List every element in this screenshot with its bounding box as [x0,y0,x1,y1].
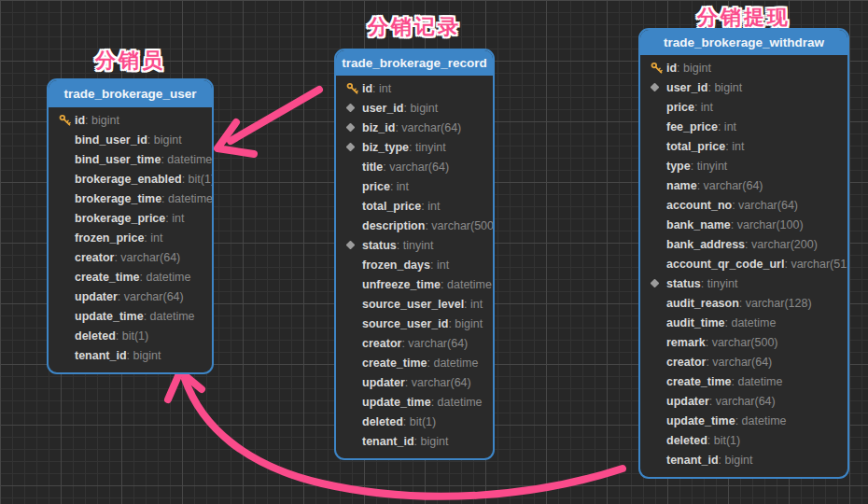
field-name: id [666,62,677,75]
field-row-frozen_price[interactable]: frozen_price: int [49,228,212,247]
primary-key-icon [59,114,75,126]
field-name: biz_type [362,141,409,154]
field-row-id[interactable]: id: bigint [49,110,212,130]
field-row-update_time[interactable]: update_time: datetime [336,392,493,412]
field-name: deleted [362,415,403,428]
table-header[interactable]: trade_brokerage_user [49,80,212,107]
field-row-deleted[interactable]: deleted: bit(1) [49,326,212,345]
diamond-shape [346,123,356,133]
field-row-creator[interactable]: creator: varchar(64) [49,247,212,267]
field-type: : varchar(500) [706,336,778,349]
field-row-status[interactable]: status: tinyint [640,273,847,293]
field-name: remark [666,336,706,349]
field-row-account_no[interactable]: account_no: varchar(64) [640,195,847,215]
field-row-bind_user_time[interactable]: bind_user_time: datetime [49,149,212,169]
index-diamond-icon [346,144,362,150]
field-row-title[interactable]: title: varchar(64) [336,157,493,176]
field-type: : bigint [448,317,483,330]
diamond-shape [651,83,660,92]
field-row-deleted[interactable]: deleted: bit(1) [640,430,847,450]
field-row-unfreeze_time[interactable]: unfreeze_time: datetime [336,274,493,294]
field-type: : varchar(64) [709,395,776,408]
field-type: : int [430,259,449,272]
field-row-bank_name[interactable]: bank_name: varchar(100) [640,215,847,234]
field-type: : varchar(64) [405,376,471,389]
field-row-fee_price[interactable]: fee_price: int [640,117,847,136]
field-row-biz_id[interactable]: biz_id: varchar(64) [336,118,493,137]
field-type: : datetime [735,414,787,427]
field-type: : bigint [677,62,711,75]
field-row-tenant_id[interactable]: tenant_id: bigint [49,345,212,365]
field-row-update_time[interactable]: update_time: datetime [49,306,212,326]
field-row-brokerage_price[interactable]: brokerage_price: int [49,208,212,228]
field-row-frozen_days[interactable]: frozen_days: int [336,255,493,274]
field-row-brokerage_enabled[interactable]: brokerage_enabled: bit(1) [49,169,212,189]
field-row-tenant_id[interactable]: tenant_id: bigint [640,450,847,469]
field-row-name[interactable]: name: varchar(64) [640,175,847,195]
field-row-status[interactable]: status: tinyint [336,235,493,255]
field-name: account_no [666,199,732,212]
table-node-trade-brokerage-user[interactable]: trade_brokerage_user id: bigintbind_user… [47,78,214,374]
field-type: : bit(1) [707,434,740,447]
field-type: : tinyint [691,160,728,173]
field-type: : int [390,180,409,193]
field-row-updater[interactable]: updater: varchar(64) [49,287,212,306]
field-row-brokerage_time[interactable]: brokerage_time: datetime [49,189,212,208]
field-type: : varchar(64) [395,121,461,134]
field-row-updater[interactable]: updater: varchar(64) [640,391,847,411]
index-diamond-icon [346,242,362,248]
field-type: : bit(1) [403,415,436,428]
field-name: frozen_days [362,259,430,272]
field-type: : bigint [707,81,742,94]
field-row-source_user_level[interactable]: source_user_level: int [336,294,493,314]
field-type: : int [694,101,713,114]
table-annotation-label-record: 分销记录 [334,13,495,41]
field-row-remark[interactable]: remark: varchar(500) [640,332,847,352]
field-row-create_time[interactable]: create_time: datetime [640,371,847,391]
table-header[interactable]: trade_brokerage_record [336,50,493,76]
field-type: : bigint [147,133,182,147]
field-row-biz_type[interactable]: biz_type: tinyint [336,137,493,157]
field-name: brokerage_enabled [75,173,182,186]
table-node-trade-brokerage-record[interactable]: trade_brokerage_record id: intuser_id: b… [334,49,495,460]
field-name: bank_name [666,218,731,231]
table-node-trade-brokerage-withdraw[interactable]: trade_brokerage_withdraw id: bigintuser_… [638,28,849,479]
field-row-tenant_id[interactable]: tenant_id: bigint [336,431,493,451]
field-type: : bigint [414,435,449,448]
field-name: create_time [75,271,140,284]
field-name: type [666,160,691,173]
field-name: user_id [666,81,707,94]
field-row-id[interactable]: id: bigint [640,58,847,77]
field-row-user_id[interactable]: user_id: bigint [640,77,847,97]
field-type: : int [725,140,744,153]
field-row-audit_time[interactable]: audit_time: datetime [640,313,847,332]
field-row-price[interactable]: price: int [336,176,493,196]
field-row-creator[interactable]: creator: varchar(64) [336,333,493,353]
field-name: unfreeze_time [362,278,441,291]
field-name: title [362,161,383,174]
field-name: fee_price [666,120,718,133]
field-row-bank_address[interactable]: bank_address: varchar(200) [640,234,847,254]
field-row-deleted[interactable]: deleted: bit(1) [336,412,493,431]
field-row-create_time[interactable]: create_time: datetime [49,267,212,287]
field-row-create_time[interactable]: create_time: datetime [336,353,493,372]
field-name: update_time [75,310,144,323]
field-row-description[interactable]: description: varchar(500) [336,216,493,235]
field-row-source_user_id[interactable]: source_user_id: bigint [336,314,493,333]
field-row-price[interactable]: price: int [640,97,847,117]
field-type: : datetime [441,278,492,291]
field-row-account_qr_code_url[interactable]: account_qr_code_url: varchar(512) [640,254,847,273]
field-row-updater[interactable]: updater: varchar(64) [336,372,493,392]
table-header[interactable]: trade_brokerage_withdraw [640,30,847,55]
field-row-creator[interactable]: creator: varchar(64) [640,352,847,371]
field-row-bind_user_id[interactable]: bind_user_id: bigint [49,130,212,149]
field-row-update_time[interactable]: update_time: datetime [640,411,847,430]
field-row-type[interactable]: type: tinyint [640,156,847,175]
table-fields: id: intuser_id: bigintbiz_id: varchar(64… [336,76,493,458]
field-row-audit_reason[interactable]: audit_reason: varchar(128) [640,293,847,313]
field-type: : int [372,82,391,95]
field-row-total_price[interactable]: total_price: int [336,196,493,216]
field-row-id[interactable]: id: int [336,78,493,98]
field-row-total_price[interactable]: total_price: int [640,136,847,156]
field-row-user_id[interactable]: user_id: bigint [336,98,493,118]
